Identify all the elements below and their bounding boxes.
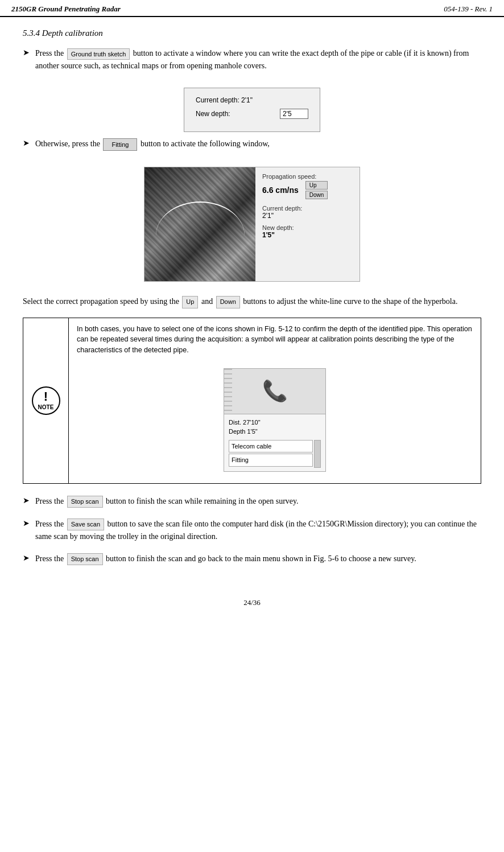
bullet-text-3: Press the Stop scan button to finish the…	[35, 495, 481, 508]
speed-select-desc: Select the correct propagation speed by …	[23, 297, 179, 306]
bullet5-post: button to finish the scan and go back to…	[106, 554, 416, 563]
fitting-button[interactable]: Fitting	[103, 138, 137, 151]
bullet-text-1: Press the Ground truth sketch button to …	[35, 47, 481, 72]
bullet-arrow-5: ➤	[23, 553, 30, 563]
doc-revision: 054-139 - Rev. 1	[444, 5, 493, 14]
speed-select-text: Select the correct propagation speed by …	[23, 295, 481, 308]
bullet-item-5: ➤ Press the Stop scan button to finish t…	[23, 553, 481, 565]
new-depth-fitting-value: 1'5"	[262, 231, 353, 239]
ruler-marks	[224, 369, 232, 414]
fitting-window-container: Propagation speed: 6.6 cm/ns Up Down Cur…	[23, 161, 481, 287]
bullet-arrow-2: ➤	[23, 138, 30, 148]
page-header: 2150GR Ground Penetrating Radar 054-139 …	[0, 0, 504, 17]
scroll-bar[interactable]	[314, 440, 321, 468]
speed-and-text: and	[201, 297, 213, 306]
calibration-list-item-2[interactable]: Fitting	[229, 454, 313, 467]
depth-label: Depth 1'5"	[229, 427, 321, 437]
down-button[interactable]: Down	[305, 191, 328, 199]
note-text: In both cases, you have to select one of…	[77, 325, 472, 355]
up-inline-button[interactable]: Up	[182, 296, 198, 308]
bullet-arrow-4: ➤	[23, 518, 30, 528]
note-content: In both cases, you have to select one of…	[69, 318, 481, 483]
bullet1-pre: Press the	[35, 49, 64, 57]
speed-value: 6.6 cm/ns	[262, 186, 299, 195]
calibration-img-top: 📞	[224, 369, 325, 414]
page-number: 24/36	[243, 598, 261, 607]
fitting-window: Propagation speed: 6.6 cm/ns Up Down Cur…	[144, 167, 360, 282]
cal-item-1-text: Telecom cable	[232, 442, 271, 451]
bullet-text-2: Otherwise, press the Fitting button to a…	[35, 138, 481, 151]
dist-label: Dist. 27'10"	[229, 418, 321, 427]
bullet2-pre: Otherwise, press the	[35, 139, 100, 148]
bullet-item-1: ➤ Press the Ground truth sketch button t…	[23, 47, 481, 72]
save-scan-button[interactable]: Save scan	[67, 518, 104, 530]
propagation-label: Propagation speed:	[262, 173, 353, 180]
current-depth-fitting-row: Current depth: 2'1"	[262, 205, 353, 220]
note-label: NOTE	[38, 404, 54, 410]
propagation-row: Propagation speed: 6.6 cm/ns Up Down	[262, 173, 353, 199]
cal-item-2-text: Fitting	[232, 455, 249, 465]
speed-buttons-text: buttons to adjust the white-line curve t…	[243, 297, 457, 306]
new-depth-row: New depth:	[196, 109, 308, 119]
ground-truth-sketch-button[interactable]: Ground truth sketch	[67, 48, 130, 60]
calibration-list: Telecom cable Fitting	[229, 440, 321, 468]
bullet-item-2: ➤ Otherwise, press the Fitting button to…	[23, 138, 481, 151]
calibration-img-body: Dist. 27'10" Depth 1'5" Telecom cable Fi…	[224, 414, 325, 471]
bullet-item-3: ➤ Press the Stop scan button to finish t…	[23, 495, 481, 508]
current-depth-row: Current depth: 2'1"	[196, 96, 308, 104]
stop-scan-button-2[interactable]: Stop scan	[67, 553, 103, 565]
depth-dialog: Current depth: 2'1" New depth:	[184, 88, 320, 132]
radar-display	[144, 167, 255, 281]
bullet4-pre: Press the	[35, 520, 64, 528]
current-depth-label: Current depth: 2'1"	[196, 96, 308, 104]
page-footer: 24/36	[0, 587, 504, 613]
calibration-list-item-1[interactable]: Telecom cable	[229, 440, 313, 453]
phone-icon: 📞	[262, 376, 288, 406]
calibration-img-container: 📞 Dist. 27'10" Depth 1'5" Telecom cable	[77, 363, 473, 478]
new-depth-fitting-row: New depth: 1'5"	[262, 224, 353, 239]
hyperbola-line	[156, 201, 245, 270]
bullet3-pre: Press the	[35, 497, 64, 505]
new-depth-input[interactable]	[280, 109, 308, 119]
bullet-item-4: ➤ Press the Save scan button to save the…	[23, 518, 481, 542]
bullet2-post: button to activate the following window,	[141, 139, 270, 148]
bullet3-post: button to finish the scan while remainin…	[106, 497, 299, 505]
new-depth-fitting-label: New depth:	[262, 224, 353, 231]
bullet-text-5: Press the Stop scan button to finish the…	[35, 553, 481, 565]
radar-image	[144, 167, 255, 281]
note-exclaim: !	[44, 390, 48, 403]
depth-dialog-container: Current depth: 2'1" New depth:	[23, 82, 481, 138]
current-depth-fitting-label: Current depth:	[262, 205, 353, 212]
bullet-arrow-1: ➤	[23, 48, 30, 57]
bullet5-pre: Press the	[35, 554, 64, 563]
doc-title: 2150GR Ground Penetrating Radar	[11, 5, 121, 14]
note-box: ! NOTE In both cases, you have to select…	[23, 318, 481, 484]
main-content: 5.3.4 Depth calibration ➤ Press the Grou…	[0, 17, 504, 587]
note-icon-container: ! NOTE	[23, 318, 69, 483]
up-button[interactable]: Up	[305, 181, 328, 190]
bullet-text-4: Press the Save scan button to save the s…	[35, 518, 481, 542]
note-circle: ! NOTE	[32, 386, 60, 415]
calibration-img: 📞 Dist. 27'10" Depth 1'5" Telecom cable	[224, 368, 326, 472]
section-title: 5.3.4 Depth calibration	[23, 28, 481, 38]
bullet-arrow-3: ➤	[23, 496, 30, 505]
current-depth-fitting-value: 2'1"	[262, 212, 353, 220]
new-depth-label: New depth:	[196, 110, 280, 118]
fitting-controls: Propagation speed: 6.6 cm/ns Up Down Cur…	[255, 167, 360, 281]
stop-scan-button-1[interactable]: Stop scan	[67, 496, 103, 508]
down-inline-button[interactable]: Down	[216, 296, 240, 308]
